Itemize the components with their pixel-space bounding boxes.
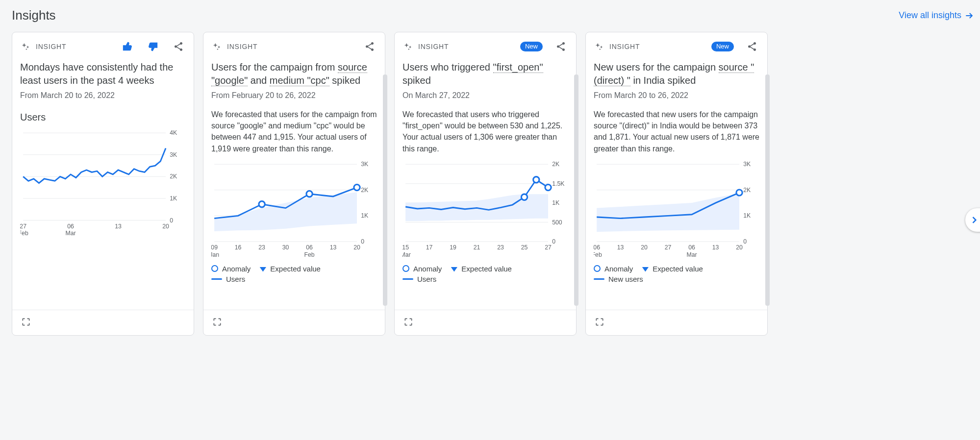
expected-marker-icon (259, 267, 266, 272)
svg-point-57 (545, 184, 551, 190)
insight-card: INSIGHTNewNew users for the campaign sou… (585, 32, 768, 336)
new-badge: New (520, 42, 543, 51)
insight-date: From February 20 to 26, 2022 (211, 91, 377, 100)
chart-legend: AnomalyExpected valueUsers (211, 265, 377, 283)
chart-legend: AnomalyExpected valueNew users (594, 265, 759, 283)
legend-expected-label: Expected value (270, 265, 321, 273)
sparkle-icon (402, 41, 413, 52)
insight-card: INSIGHTUsers for the campaign from sourc… (203, 32, 385, 336)
insight-label: INSIGHT (227, 43, 257, 50)
svg-point-66 (754, 42, 755, 44)
sparkle-icon (211, 41, 222, 52)
svg-text:0: 0 (743, 238, 747, 245)
svg-text:Jan: Jan (211, 251, 219, 258)
insight-title: Users for the campaign from source "goog… (211, 61, 377, 87)
expand-button[interactable] (593, 315, 606, 330)
anomaly-marker-icon (594, 265, 601, 272)
svg-text:06: 06 (594, 244, 600, 251)
insight-label: INSIGHT (418, 43, 449, 50)
svg-text:17: 17 (426, 244, 433, 251)
series-marker-icon (402, 278, 413, 280)
insight-chart: 01K2K3K4K27Feb06Mar1320 (20, 128, 186, 238)
insight-date: From March 20 to 26, 2022 (594, 91, 759, 100)
svg-point-67 (748, 46, 750, 48)
svg-text:20: 20 (641, 244, 648, 251)
svg-text:13: 13 (712, 244, 719, 251)
svg-text:Feb: Feb (20, 230, 28, 237)
svg-point-44 (562, 49, 564, 50)
insight-chart: 01K2K3K06Feb13202706Mar1320 (594, 159, 759, 260)
svg-text:13: 13 (330, 244, 337, 251)
chart-legend: AnomalyExpected valueUsers (402, 265, 568, 283)
expand-button[interactable] (402, 315, 415, 330)
legend-anomaly-label: Anomaly (604, 265, 633, 273)
insight-title: Mondays have consistently had the least … (20, 61, 186, 87)
insight-label: INSIGHT (36, 43, 66, 50)
svg-text:Feb: Feb (304, 251, 314, 258)
thumbs-down-button[interactable] (146, 39, 160, 54)
svg-text:13: 13 (617, 244, 624, 251)
svg-text:4K: 4K (170, 129, 177, 136)
svg-text:25: 25 (521, 244, 528, 251)
expected-marker-icon (451, 267, 457, 272)
scrollbar[interactable] (765, 74, 770, 306)
series-marker-icon (211, 278, 222, 280)
svg-text:3K: 3K (170, 151, 177, 158)
svg-point-42 (562, 42, 564, 44)
svg-point-32 (354, 184, 360, 190)
svg-point-43 (557, 46, 559, 48)
svg-point-55 (521, 194, 527, 200)
scrollbar[interactable] (383, 74, 387, 306)
svg-point-21 (371, 49, 373, 50)
svg-text:20: 20 (736, 244, 743, 251)
page-title: Insights (12, 8, 56, 23)
view-all-insights-link[interactable]: View all insights (899, 10, 974, 21)
svg-text:15: 15 (402, 244, 409, 251)
legend-series-label: New users (608, 275, 643, 283)
insight-title: New users for the campaign source " (dir… (594, 61, 759, 87)
svg-text:2K: 2K (552, 161, 560, 168)
arrow-right-icon (964, 11, 974, 21)
svg-text:2K: 2K (361, 187, 369, 194)
anomaly-marker-icon (402, 265, 409, 272)
svg-text:20: 20 (353, 244, 360, 251)
thumbs-up-button[interactable] (120, 39, 135, 54)
legend-anomaly-label: Anomaly (222, 265, 251, 273)
svg-text:Mar: Mar (66, 230, 76, 237)
svg-text:3K: 3K (743, 161, 751, 168)
expand-button[interactable] (210, 315, 224, 330)
svg-text:Feb: Feb (594, 251, 602, 258)
insight-description: We forecasted that new users for the cam… (594, 109, 759, 154)
insight-description: We forecasted that users for the campaig… (211, 109, 377, 154)
insight-card: INSIGHTNewUsers who triggered "first_ope… (394, 32, 577, 336)
svg-text:1K: 1K (170, 195, 177, 202)
insight-label: INSIGHT (609, 43, 640, 50)
svg-text:21: 21 (474, 244, 480, 251)
insight-date: From March 20 to 26, 2022 (20, 91, 186, 100)
svg-text:27: 27 (665, 244, 672, 251)
share-button[interactable] (553, 39, 568, 54)
svg-text:0: 0 (361, 238, 364, 245)
chevron-right-icon (969, 215, 979, 225)
share-button[interactable] (362, 39, 377, 54)
svg-text:Mar: Mar (686, 251, 697, 258)
share-button[interactable] (745, 39, 759, 54)
sparkle-icon (594, 41, 604, 52)
svg-point-0 (180, 42, 182, 44)
view-all-label: View all insights (899, 10, 961, 21)
svg-text:1K: 1K (361, 212, 369, 219)
expand-button[interactable] (19, 315, 33, 330)
svg-text:1.5K: 1.5K (552, 180, 565, 187)
svg-text:23: 23 (497, 244, 504, 251)
svg-text:20: 20 (162, 223, 169, 230)
share-button[interactable] (171, 39, 186, 54)
svg-text:06: 06 (688, 244, 695, 251)
insight-chart: 01K2K3K09Jan16233006Feb1320 (211, 159, 377, 260)
legend-series-label: Users (226, 275, 245, 283)
svg-text:1K: 1K (552, 199, 560, 206)
scrollbar[interactable] (574, 74, 578, 306)
svg-text:30: 30 (282, 244, 289, 251)
svg-text:27: 27 (20, 223, 26, 230)
svg-point-30 (259, 201, 265, 207)
insight-title: Users who triggered "first_open" spiked (402, 61, 568, 87)
